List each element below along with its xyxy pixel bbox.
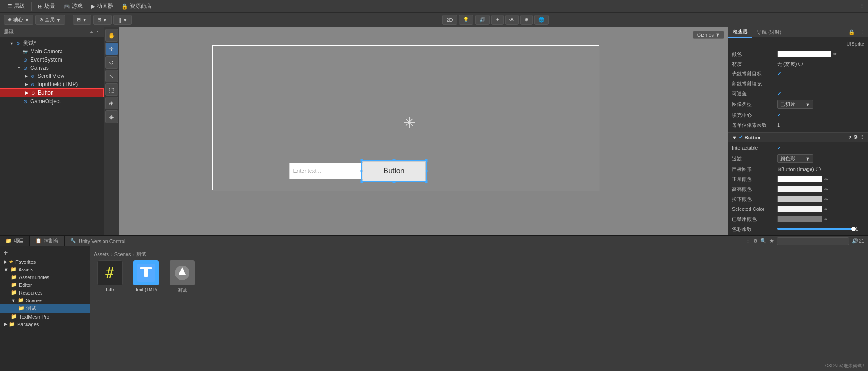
bottom-star-icon[interactable]: ★ — [769, 238, 774, 244]
hierarchy-item-eventsystem[interactable]: ⊙ EventSystem — [0, 56, 104, 64]
tree-item-textmesh[interactable]: 📁 TextMesh Pro — [0, 313, 90, 320]
hierarchy-item-camera[interactable]: 📷 Main Camera — [0, 48, 104, 56]
hierarchy-item-scene[interactable]: ▼ ⊙ 测试* — [0, 39, 104, 48]
project-search-input[interactable] — [777, 237, 849, 245]
bottom-expand-icon[interactable]: 🔍 — [760, 238, 767, 244]
image-type-dropdown[interactable]: 已切片 ▼ — [777, 100, 813, 109]
move-tool-btn[interactable]: ✛ — [105, 43, 118, 55]
highlight-color-swatch[interactable] — [777, 186, 822, 192]
asset-item-text-tmp[interactable]: Text (TMP) — [130, 260, 162, 294]
global-icon: ⊙ — [39, 17, 43, 23]
overflow-icon[interactable]: ⋮ — [859, 17, 864, 23]
audio-btn[interactable]: 🔊 — [475, 15, 490, 25]
project-icon: 📁 — [5, 238, 12, 244]
layout-btn2[interactable]: ⊟ ▼ — [93, 15, 112, 25]
transition-dropdown[interactable]: 颜色彩 ▼ — [777, 154, 813, 163]
tab-inspector[interactable]: 检查器 — [728, 27, 752, 38]
rotate-tool-btn[interactable]: ↺ — [105, 56, 118, 69]
button-enable-checkbox[interactable]: ✔ — [739, 134, 743, 140]
tree-item-resources[interactable]: 📁 Resources — [0, 289, 90, 296]
animator-menu[interactable]: ▶ 动画器 — [87, 0, 117, 12]
extras-btn[interactable]: ⊕ — [520, 15, 533, 25]
tab-version-control[interactable]: 🔧 Unity Version Control — [65, 237, 131, 245]
fill-center-checkbox[interactable]: ✔ — [777, 112, 781, 118]
color-swatch[interactable] — [777, 51, 831, 57]
button-more-icon[interactable]: ⋮ — [859, 134, 864, 140]
settings-icon[interactable]: ⋮ — [859, 3, 864, 9]
asset-grid: # TaIIk Text (TMP) — [94, 260, 864, 294]
image-type-label: 图像类型 — [732, 101, 777, 108]
color-edit-icon[interactable]: ✏ — [833, 52, 837, 57]
hierarchy-more-icon[interactable]: ⋮ — [95, 29, 100, 35]
scene-menu[interactable]: ⊞ 场景 — [34, 0, 59, 12]
bottom-more-icon[interactable]: ⋮ — [745, 238, 750, 244]
transform-btn[interactable]: ⊕ 轴心 ▼ — [4, 15, 33, 25]
material-target-icon[interactable] — [798, 62, 803, 66]
hierarchy-item-gameobject[interactable]: ⊙ GameObject — [0, 97, 104, 105]
bottom-settings-icon[interactable]: ⚙ — [753, 238, 758, 244]
scroll-view-area — [288, 51, 498, 159]
gizmos-dropdown[interactable]: Gizmos ▼ — [693, 31, 724, 39]
tree-item-scenes[interactable]: ▼ 📁 Scenes — [0, 296, 90, 304]
hierarchy-item-inputfield[interactable]: ▶ ⊙ InputField (TMP) — [0, 80, 104, 88]
tree-item-packages[interactable]: ▶ 📁 Packages — [0, 320, 90, 328]
hierarchy-item-canvas[interactable]: ▼ ⊙ Canvas — [0, 64, 104, 72]
hierarchy-item-scrollview[interactable]: ▶ ⊙ Scroll View — [0, 72, 104, 80]
disabled-color-swatch[interactable] — [777, 216, 822, 222]
disabled-color-edit-icon[interactable]: ✏ — [824, 217, 828, 222]
tree-item-test-scene[interactable]: 📁 测试 — [0, 304, 90, 313]
light-icon: 💡 — [463, 17, 469, 23]
selected-color-edit-icon[interactable]: ✏ — [824, 207, 828, 212]
scenes-expand-arrow: ▼ — [11, 298, 16, 303]
pressed-color-edit-icon[interactable]: ✏ — [824, 197, 828, 202]
layout-btn1[interactable]: ⊞ ▼ — [73, 15, 91, 25]
2d-btn[interactable]: 2D — [442, 15, 457, 25]
hierarchy-menu[interactable]: ☰ 层级 — [4, 0, 28, 12]
color-mult-slider-track[interactable] — [777, 228, 854, 230]
fx-btn[interactable]: ✦ — [491, 15, 504, 25]
tree-item-assetbundles[interactable]: 📁 AssetBundles — [0, 273, 90, 281]
divider1 — [728, 131, 868, 131]
tab-navigation[interactable]: 导航 (过时) — [752, 28, 786, 37]
game-menu[interactable]: 🎮 游戏 — [60, 0, 86, 12]
inspector-more-icon[interactable]: ⋮ — [858, 29, 868, 35]
asset-store-menu[interactable]: 🔒 资源商店 — [118, 0, 155, 12]
speaker-icon: 🔊 — [479, 17, 486, 23]
add-hierarchy-icon[interactable]: + — [90, 29, 93, 35]
hierarchy-item-button[interactable]: ▶ ⊙ Button — [0, 88, 104, 97]
tree-item-favorites[interactable]: ▶ ★ Favorites — [0, 258, 90, 266]
tab-console[interactable]: 📋 控制台 — [30, 236, 65, 246]
tree-item-editor[interactable]: 📁 Editor — [0, 281, 90, 289]
interactable-checkbox[interactable]: ✔ — [777, 145, 781, 151]
input-field-element[interactable]: Enter text... — [289, 163, 368, 179]
custom-tool-btn[interactable]: ◈ — [105, 110, 118, 123]
rect-tool-btn[interactable]: ⬚ — [105, 83, 118, 96]
button-element[interactable]: Button — [363, 161, 426, 181]
inspector-lock-icon[interactable]: 🔒 — [846, 29, 858, 35]
add-project-btn[interactable]: + — [4, 249, 8, 257]
asset-item-test[interactable]: 测试 — [166, 260, 198, 294]
target-graphic-target-icon[interactable] — [816, 167, 821, 171]
lighting-btn[interactable]: 💡 — [459, 15, 473, 25]
transform-icon: ⊕ — [8, 17, 12, 23]
selected-color-swatch[interactable] — [777, 206, 822, 212]
hidden-btn[interactable]: 👁 — [505, 15, 519, 25]
gizmos-btn[interactable]: 🌐 — [534, 15, 549, 25]
tree-item-assets[interactable]: ▼ 📁 Assets — [0, 266, 90, 273]
raycast-checkbox[interactable]: ✔ — [777, 71, 781, 77]
scale-tool-btn[interactable]: ⤡ — [105, 70, 118, 82]
highlight-color-edit-icon[interactable]: ✏ — [824, 187, 828, 192]
pressed-color-swatch[interactable] — [777, 196, 822, 202]
global-btn[interactable]: ⊙ 全局 ▼ — [35, 15, 65, 25]
normal-color-swatch[interactable] — [777, 176, 822, 182]
button-settings-icon[interactable]: ⚙ — [853, 134, 858, 140]
button-element-wrapper[interactable]: Button — [363, 161, 426, 181]
asset-item-tailk[interactable]: # TaIIk — [94, 260, 126, 294]
multi-tool-btn[interactable]: ⊕ — [105, 97, 118, 109]
button-help-icon[interactable]: ? — [848, 135, 851, 140]
maskable-checkbox[interactable]: ✔ — [777, 91, 781, 97]
normal-color-edit-icon[interactable]: ✏ — [824, 177, 828, 182]
layout-btn3[interactable]: ||| ▼ — [113, 15, 132, 25]
hand-tool-btn[interactable]: ✋ — [105, 29, 118, 42]
tab-project[interactable]: 📁 项目 — [0, 236, 30, 246]
